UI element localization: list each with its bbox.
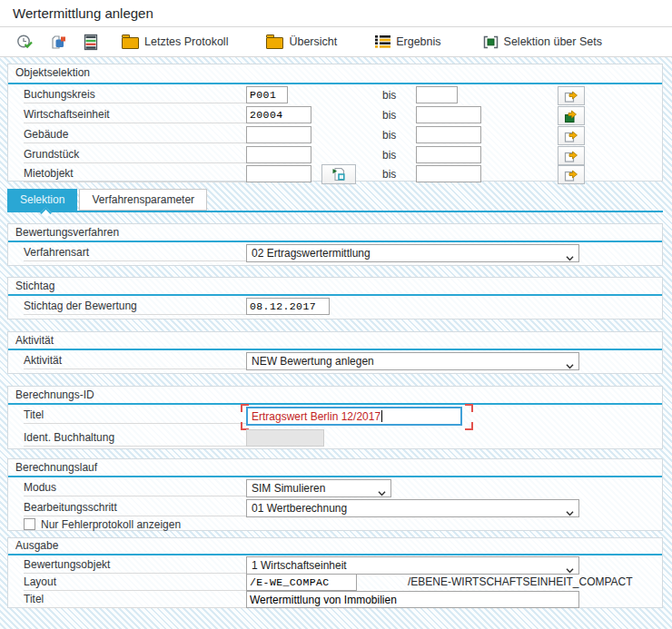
aktivitaet-groupbox: Aktivität Aktivität NEW Bewertung anlege… bbox=[7, 331, 663, 374]
bis-label: bis bbox=[382, 149, 396, 162]
sets-selection-icon bbox=[483, 35, 499, 49]
groupbox-title: Objektselektion bbox=[15, 66, 90, 79]
buchungskreis-from-input[interactable] bbox=[246, 86, 288, 103]
field-label: Layout bbox=[24, 575, 246, 591]
dropdown-value: 01 Wertberechnung bbox=[252, 502, 347, 515]
groupbox-title: Berechnungslauf bbox=[15, 461, 97, 474]
execute-button[interactable] bbox=[11, 31, 39, 54]
tab-strip: Selektion Verfahrensparameter bbox=[7, 189, 209, 211]
copy-variants-icon bbox=[50, 34, 67, 51]
field-row-ausgabe-titel: Titel bbox=[8, 591, 662, 610]
verfahrensart-dropdown[interactable]: 02 Ertragswertermittlung bbox=[246, 244, 579, 262]
buchungskreis-multi-selection-button[interactable] bbox=[558, 86, 585, 105]
tab-verfahrensparameter[interactable]: Verfahrensparameter bbox=[79, 189, 207, 211]
ausgabe-titel-input[interactable] bbox=[246, 591, 579, 608]
gebaeude-to-input[interactable] bbox=[416, 126, 481, 143]
chevron-down-icon bbox=[566, 251, 574, 264]
text-cursor bbox=[381, 410, 382, 422]
field-row-fehlerprotokoll: Nur Fehlerprotokoll anzeigen bbox=[8, 517, 662, 536]
mietobjekt-multi-selection-button[interactable] bbox=[558, 165, 585, 184]
multi-selection-arrow-icon bbox=[564, 129, 578, 143]
layout-input[interactable] bbox=[246, 574, 357, 591]
multi-selection-arrow-icon bbox=[564, 168, 578, 182]
application-toolbar: Letztes Protokoll Übersicht Ergebnis bbox=[0, 27, 672, 57]
mietobjekt-object-selection-button[interactable] bbox=[321, 164, 356, 184]
field-label: Gebäude bbox=[24, 128, 246, 143]
selektion-ueber-sets-button[interactable]: Selektion über Sets bbox=[478, 33, 608, 52]
field-label: Mietobjekt bbox=[24, 167, 246, 182]
grundstueck-to-input[interactable] bbox=[416, 146, 481, 163]
selection-row-grundstueck: Grundstück bis bbox=[8, 146, 662, 165]
field-row-bewertungsobjekt: Bewertungsobjekt 1 Wirtschaftseinheit bbox=[8, 556, 662, 575]
wirtschaftseinheit-to-input[interactable] bbox=[416, 106, 481, 123]
multi-selection-arrow-icon bbox=[564, 149, 578, 163]
groupbox-accent-rule bbox=[8, 349, 662, 350]
tab-label: Selektion bbox=[20, 193, 64, 206]
modus-dropdown[interactable]: SIM Simulieren bbox=[246, 479, 391, 497]
grundstueck-from-input[interactable] bbox=[246, 146, 311, 163]
field-label: Verfahrensart bbox=[24, 246, 246, 261]
selection-options-button[interactable] bbox=[78, 31, 104, 54]
result-list-icon bbox=[375, 35, 390, 48]
mietobjekt-to-input[interactable] bbox=[416, 165, 481, 182]
gebaeude-multi-selection-button[interactable] bbox=[558, 126, 585, 145]
chevron-down-icon bbox=[566, 359, 574, 372]
field-label: Buchungskreis bbox=[24, 88, 246, 103]
groupbox-title: Ausgabe bbox=[15, 539, 58, 552]
bearbeitungsschritt-dropdown[interactable]: 01 Wertberechnung bbox=[246, 499, 579, 517]
field-row-modus: Modus SIM Simulieren bbox=[8, 479, 662, 498]
dropdown-value: NEW Bewertung anlegen bbox=[252, 355, 374, 368]
execute-with-variant-button[interactable] bbox=[44, 31, 73, 54]
groupbox-title: Stichtag bbox=[15, 280, 54, 292]
button-label: Selektion über Sets bbox=[504, 35, 602, 48]
field-label: Bewertungsobjekt bbox=[24, 558, 246, 574]
berechnungslauf-groupbox: Berechnungslauf Modus SIM Simulieren Bea… bbox=[7, 458, 663, 531]
chevron-down-icon bbox=[378, 486, 386, 499]
titel-input[interactable]: Ertragswert Berlin 12/2017 bbox=[246, 407, 462, 426]
multi-selection-arrow-icon bbox=[564, 89, 578, 103]
groupbox-title: Aktivität bbox=[15, 334, 54, 347]
ergebnis-button[interactable]: Ergebnis bbox=[370, 33, 446, 51]
field-row-ident-buchhaltung: Ident. Buchhaltung bbox=[8, 429, 662, 448]
stichtag-groupbox: Stichtag Stichtag der Bewertung bbox=[7, 277, 663, 319]
uebersicht-button[interactable]: Übersicht bbox=[261, 32, 342, 52]
titel-value-red-text: Ertragswert Berlin 12/2017 bbox=[252, 410, 380, 423]
grundstueck-multi-selection-button[interactable] bbox=[558, 146, 585, 165]
groupbox-accent-rule bbox=[8, 294, 662, 296]
multi-selection-active-icon bbox=[564, 109, 578, 123]
aktivitaet-dropdown[interactable]: NEW Bewertung anlegen bbox=[246, 352, 579, 370]
tab-selektion[interactable]: Selektion bbox=[7, 189, 77, 211]
bis-label: bis bbox=[382, 89, 396, 102]
dropdown-value: SIM Simulieren bbox=[252, 482, 325, 495]
bewertungsobjekt-dropdown[interactable]: 1 Wirtschaftseinheit bbox=[246, 556, 579, 575]
letztes-protokoll-button[interactable]: Letztes Protokoll bbox=[116, 32, 233, 52]
groupbox-accent-rule bbox=[8, 83, 662, 84]
sap-wertermittlung-screen: Wertermittlung anlegen bbox=[0, 0, 672, 629]
field-label: Stichtag der Bewertung bbox=[24, 300, 246, 315]
groupbox-accent-rule bbox=[8, 403, 662, 405]
button-label: Letztes Protokoll bbox=[144, 35, 228, 48]
folder-icon bbox=[266, 37, 283, 49]
gebaeude-from-input[interactable] bbox=[246, 126, 311, 143]
folder-icon bbox=[122, 37, 139, 49]
field-label: Titel bbox=[24, 593, 246, 608]
selection-row-mietobjekt: Mietobjekt bis bbox=[8, 165, 662, 184]
stichtag-date-input[interactable] bbox=[246, 298, 330, 315]
wirtschaftseinheit-multi-selection-button[interactable] bbox=[558, 106, 585, 125]
field-label: Bearbeitungsschritt bbox=[24, 501, 246, 516]
bis-label: bis bbox=[382, 129, 396, 142]
tab-label: Verfahrensparameter bbox=[92, 193, 194, 206]
buchungskreis-to-input[interactable] bbox=[416, 86, 458, 103]
groupbox-title: Bewertungsverfahren bbox=[15, 226, 119, 239]
wirtschaftseinheit-from-input[interactable] bbox=[246, 106, 311, 123]
nur-fehlerprotokoll-checkbox[interactable] bbox=[24, 518, 35, 530]
field-label: Ident. Buchhaltung bbox=[24, 431, 246, 447]
selection-bracket bbox=[465, 404, 473, 412]
field-label: Grundstück bbox=[24, 148, 246, 163]
field-row-aktivitaet: Aktivität NEW Bewertung anlegen bbox=[8, 352, 662, 371]
mietobjekt-from-input[interactable] bbox=[246, 165, 311, 182]
ausgabe-groupbox: Ausgabe Bewertungsobjekt 1 Wirtschaftsei… bbox=[7, 537, 663, 608]
dropdown-value: 1 Wirtschaftseinheit bbox=[252, 559, 347, 572]
page-title: Wertermittlung anlegen bbox=[13, 5, 153, 21]
field-label: Modus bbox=[24, 481, 246, 496]
